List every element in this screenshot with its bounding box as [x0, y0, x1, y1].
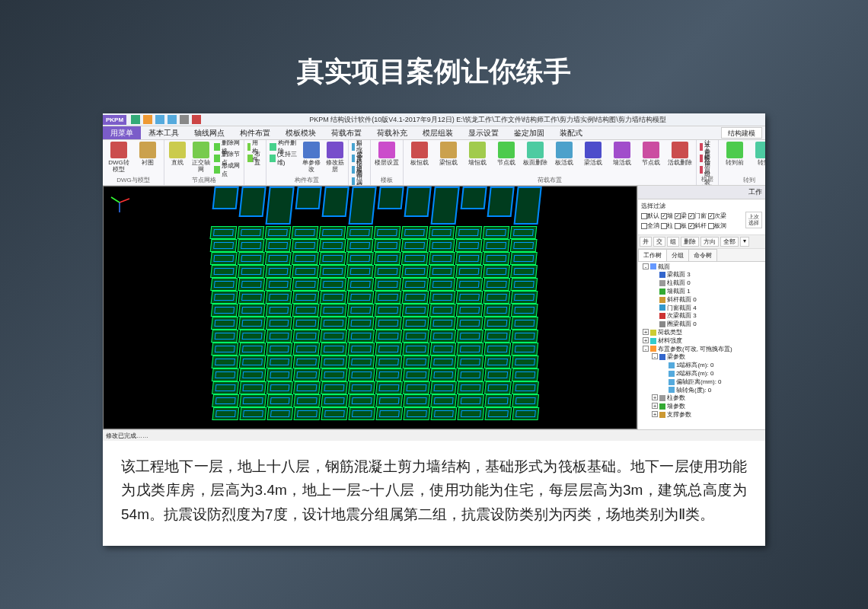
filter-checkbox-板洞[interactable]: [708, 223, 714, 229]
tree-node[interactable]: 柱截面 0: [640, 279, 764, 288]
tab-cmd[interactable]: 命令树: [688, 249, 717, 261]
ribbon-item-梁活载[interactable]: 梁活载: [580, 142, 606, 167]
tree-node[interactable]: 门窗截面 4: [640, 304, 764, 313]
toolbtn-交[interactable]: 交: [653, 237, 665, 247]
filter-checkbox-板[interactable]: [675, 223, 681, 229]
ribbon-item-板恒载[interactable]: 板恒载: [407, 142, 432, 167]
tab-10[interactable]: 装配式: [552, 126, 590, 139]
floor-13: [211, 394, 540, 407]
tab-3[interactable]: 构件布置: [232, 126, 278, 139]
tab-9[interactable]: 鉴定加固: [506, 126, 552, 139]
ribbon-group-6: 板恒载梁恒载墙恒载节点载板面删除板活载梁活载墙活载节点载活载删除荷载布置: [404, 140, 697, 185]
tree-node[interactable]: -梁参数: [640, 353, 764, 362]
tree-node[interactable]: 圈梁截面 0: [640, 320, 764, 329]
qat-save-icon[interactable]: [131, 115, 140, 124]
tab-1[interactable]: 基本工具: [141, 126, 187, 139]
ribbon-item-梁恒载[interactable]: 梁恒载: [436, 142, 461, 167]
ribbon-item-节点载[interactable]: 节点载: [493, 142, 519, 167]
tree-node[interactable]: 偏轴距离(mm): 0: [640, 378, 764, 387]
tab-5[interactable]: 荷载布置: [324, 126, 369, 139]
tree-node[interactable]: +支撑参数: [640, 411, 764, 419]
toolbtn-组[interactable]: 组: [667, 237, 679, 247]
tab-7[interactable]: 模层组装: [415, 126, 461, 139]
ribbon-item-转到前[interactable]: 转到前: [722, 142, 748, 167]
tab-6[interactable]: 荷载补充: [369, 126, 415, 139]
tree-node[interactable]: -截面: [640, 263, 764, 272]
qat-refresh-icon[interactable]: [192, 115, 201, 124]
tab-worktree[interactable]: 工作树: [638, 249, 667, 261]
ribbon-item-(支持三维)[interactable]: (支持三维): [270, 153, 298, 164]
ribbon-item-通用对齐[interactable]: 通用对齐: [352, 176, 367, 186]
qat-redo-icon[interactable]: [168, 115, 177, 124]
ribbon-item-板活载[interactable]: 板活载: [551, 142, 577, 167]
tree-label: 2端标高(m): 0: [676, 370, 713, 377]
qat-open-icon[interactable]: [143, 115, 152, 124]
ribbon-item-板面删除[interactable]: 板面删除: [522, 142, 548, 167]
tree-node[interactable]: +墙参数: [640, 403, 764, 411]
ribbon-item-节点载[interactable]: 节点载: [638, 142, 664, 167]
tab-0[interactable]: 用菜单: [103, 126, 141, 139]
tree-node[interactable]: 墙截面 1: [640, 288, 764, 296]
cmd-icon: [303, 142, 320, 158]
tree-node[interactable]: 次梁截面 3: [640, 312, 764, 320]
tree-node[interactable]: +材料强度: [640, 337, 764, 346]
ribbon-item-楼层设置[interactable]: 楼层设置: [374, 142, 400, 167]
filter-checkbox-柱[interactable]: [661, 223, 667, 229]
qat-print-icon[interactable]: [180, 115, 189, 124]
ribbon-group-8: 转到前转到转到: [719, 140, 765, 185]
tree-label: 截面: [658, 263, 670, 270]
tab-2[interactable]: 轴线网点: [187, 126, 232, 139]
ribbon-item-衬图[interactable]: 衬图: [135, 142, 161, 167]
tree-icon: [650, 263, 656, 269]
filter-checkbox-门窗[interactable]: [688, 213, 694, 219]
toolbtn-全部[interactable]: 全部: [720, 237, 739, 247]
cmd-icon: [527, 142, 544, 158]
ribbon-item-直线[interactable]: 直线: [168, 142, 188, 167]
axis-gizmo-icon: [108, 191, 131, 214]
ribbon-item-转到[interactable]: 转到: [751, 142, 765, 167]
tree-node[interactable]: 梁截面 3: [640, 271, 764, 279]
filter-checkbox-斜杆[interactable]: [688, 223, 694, 229]
tab-group[interactable]: 分组: [666, 249, 689, 261]
toolbtn-dropdown[interactable]: ▾: [740, 237, 749, 247]
filter-checkbox-梁[interactable]: [675, 213, 681, 219]
tab-8[interactable]: 显示设置: [461, 126, 506, 139]
ribbon-item-墙恒载[interactable]: 墙恒载: [464, 142, 490, 167]
3d-viewport[interactable]: [103, 186, 637, 429]
ribbon-group-3: 构件删除(支持三维)单参修改修改筋层构件布置: [266, 140, 349, 185]
tree-node[interactable]: 轴转角(度): 0: [640, 387, 764, 395]
filter-checkbox-墙[interactable]: [661, 213, 667, 219]
ribbon-item-单参修改[interactable]: 单参修改: [302, 142, 321, 174]
ribbon-item-修改筋层[interactable]: 修改筋层: [324, 142, 344, 174]
tree-node[interactable]: -布置参数(可改, 可拖拽布置): [640, 346, 764, 354]
tree-node[interactable]: 1端标高(m): 0: [640, 362, 764, 370]
tree-node[interactable]: +柱参数: [640, 394, 764, 403]
tree-icon: [659, 289, 665, 295]
tree-icon: [659, 412, 665, 418]
ribbon-item-正交轴网[interactable]: 正交轴网: [191, 142, 212, 174]
toolbtn-方向[interactable]: 方向: [700, 237, 719, 247]
ribbon-item-形成网点[interactable]: 形成网点: [214, 164, 241, 175]
floor-14: [211, 407, 540, 420]
cmd-icon: [270, 143, 276, 151]
toolbtn-并[interactable]: 并: [640, 237, 652, 247]
qat-undo-icon[interactable]: [155, 115, 164, 124]
cmd-icon: [214, 166, 220, 174]
mode-selector[interactable]: 结构建模: [721, 127, 762, 139]
ribbon-item-墙活载[interactable]: 墙活载: [609, 142, 635, 167]
tree-node[interactable]: +荷载类型: [640, 329, 764, 337]
ribbon-item-楼层组装[interactable]: 楼层组装: [700, 164, 715, 175]
tree-node[interactable]: 2端标高(m): 0: [640, 370, 764, 378]
filter-checkbox-次梁[interactable]: [708, 213, 714, 219]
tree-node[interactable]: 斜杆截面 0: [640, 296, 764, 304]
filter-checkbox-全消[interactable]: [641, 223, 647, 229]
tab-4[interactable]: 模板模块: [278, 126, 324, 139]
last-selection-button[interactable]: 上次 选择: [745, 212, 762, 228]
ribbon-item-布置[interactable]: 布置: [247, 153, 263, 164]
floor-9: [210, 343, 539, 356]
ribbon-item-活载删除[interactable]: 活载删除: [667, 142, 693, 167]
toolbtn-删除[interactable]: 删除: [681, 237, 699, 247]
ribbon-item-DWG转模型[interactable]: DWG转模型: [106, 142, 132, 174]
work-tree[interactable]: -截面梁截面 3柱截面 0墙截面 1斜杆截面 0门窗截面 4次梁截面 3圈梁截面…: [638, 262, 765, 429]
filter-checkbox-默认[interactable]: [641, 213, 647, 219]
